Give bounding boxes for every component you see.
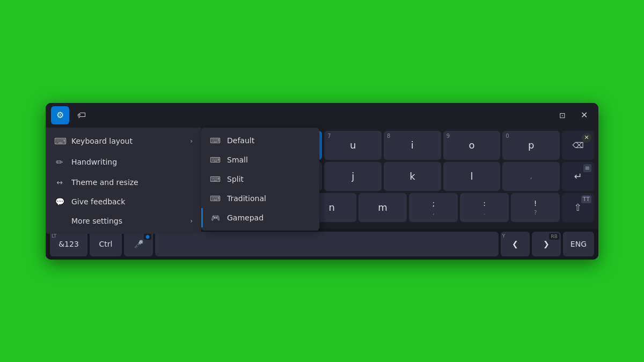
chevron-right-icon-2: › [190, 217, 193, 225]
handwriting-icon: ✏ [54, 157, 65, 167]
sidebar-item-theme[interactable]: ↔ Theme and resize [46, 173, 201, 192]
prev-button[interactable]: Y ❮ [501, 232, 530, 256]
key-j[interactable]: j [324, 162, 382, 191]
keyboard-container: ⚙ 🏷 ⊡ ✕ ⌨ Keyboard layout › ✏ [46, 103, 598, 260]
submenu-item-default[interactable]: ⌨ Default [201, 131, 319, 150]
theme-label: Theme and resize [71, 178, 138, 187]
traditional-label: Traditional [227, 194, 266, 203]
ctrl-label: Ctrl [99, 240, 113, 248]
key-o[interactable]: 9 o [443, 131, 501, 160]
handwriting-label: Handwriting [71, 158, 117, 166]
next-icon: ❯ [543, 240, 550, 248]
submenu-item-split[interactable]: ⌨ Split [201, 169, 319, 189]
traditional-layout-icon: ⌨ [210, 194, 221, 203]
submenu-keyboard-layout: ⌨ Default ⌨ Small ⌨ Split ⌨ Traditional … [201, 128, 319, 231]
top-bar-left: ⚙ 🏷 [51, 106, 91, 124]
num-label-i: 8 [387, 133, 390, 139]
key-l[interactable]: l [443, 162, 501, 191]
top-bar-right: ⊡ ✕ [553, 106, 593, 124]
more-settings-label: More settings [71, 217, 122, 225]
split-label: Split [227, 175, 244, 183]
key-u[interactable]: 7 u [324, 131, 382, 160]
mic-badge: ● [144, 233, 151, 240]
tt-badge: TT [581, 195, 591, 203]
key-k[interactable]: k [384, 162, 441, 191]
emoji-button[interactable]: 🏷 [72, 106, 91, 124]
mic-icon: 🎤 [134, 240, 143, 248]
gear-icon: ⚙ [56, 110, 64, 120]
ctrl-button[interactable]: Ctrl [90, 232, 122, 256]
submenu-item-traditional[interactable]: ⌨ Traditional [201, 189, 319, 208]
theme-icon: ↔ [54, 178, 65, 187]
submenu-item-gamepad[interactable]: 🎮 Gamepad [201, 208, 319, 227]
key-question[interactable]: !? [511, 193, 560, 222]
rb-badge: RB [549, 233, 559, 240]
close-icon: ✕ [581, 110, 588, 120]
feedback-icon: 💬 [54, 197, 65, 206]
lang-label: ENG [570, 240, 587, 248]
next-button[interactable]: RB ❯ [532, 232, 561, 256]
keyboard-icon: ⌨ [54, 136, 65, 146]
settings-button[interactable]: ⚙ [51, 106, 69, 124]
menu-panel: ⌨ Keyboard layout › ✏ Handwriting ↔ Them… [46, 128, 201, 234]
num-label-u: 7 [327, 133, 331, 139]
comma-top: , [530, 173, 532, 180]
small-layout-icon: ⌨ [210, 156, 221, 164]
language-button[interactable]: ENG [563, 232, 594, 256]
keyboard-layout-label: Keyboard layout [71, 137, 133, 145]
key-apostrophe[interactable]: , [502, 162, 560, 191]
key-shift[interactable]: ⇧ TT [562, 193, 594, 222]
num-label-p: 0 [506, 133, 509, 139]
clipboard-icon: 🏷 [77, 110, 86, 120]
menu-badge: ≡ [583, 164, 591, 172]
sidebar-item-handwriting[interactable]: ✏ Handwriting [46, 152, 201, 173]
top-bar: ⚙ 🏷 ⊡ ✕ [46, 103, 598, 128]
num-button[interactable]: LT &123 [50, 232, 87, 256]
key-i[interactable]: 8 i [384, 131, 441, 160]
key-period[interactable]: :. [460, 193, 509, 222]
pin-icon: ⊡ [559, 111, 566, 120]
num-label-o: 9 [447, 133, 450, 139]
x-badge: ✕ [582, 133, 591, 143]
spacebar[interactable] [155, 232, 499, 256]
sidebar-item-more-settings[interactable]: More settings › [46, 211, 201, 231]
enter-icon: ↵ [574, 171, 582, 182]
chevron-right-icon: › [190, 137, 193, 145]
default-label: Default [227, 136, 254, 145]
lt-badge: LT [52, 233, 56, 239]
sidebar-item-keyboard-layout[interactable]: ⌨ Keyboard layout › [46, 131, 201, 152]
y-badge: Y [502, 233, 506, 239]
split-layout-icon: ⌨ [210, 175, 221, 183]
close-button[interactable]: ✕ [575, 106, 593, 124]
key-backspace[interactable]: ⌫ ✕ [562, 131, 594, 160]
pin-button[interactable]: ⊡ [553, 106, 572, 124]
mic-button[interactable]: ● 🎤 [124, 232, 153, 256]
gamepad-layout-icon: 🎮 [210, 213, 221, 222]
backspace-icon: ⌫ [572, 141, 583, 150]
key-semicolon[interactable]: ;, [409, 193, 458, 222]
sidebar-item-feedback[interactable]: 💬 Give feedback [46, 192, 201, 211]
default-layout-icon: ⌨ [210, 136, 221, 145]
key-enter[interactable]: ↵ ≡ [562, 162, 594, 191]
shift-icon: ⇧ [574, 202, 582, 213]
gamepad-label: Gamepad [227, 213, 264, 222]
prev-icon: ❮ [512, 240, 518, 248]
small-label: Small [227, 156, 248, 164]
feedback-label: Give feedback [71, 197, 125, 206]
key-p[interactable]: 0 p [502, 131, 560, 160]
key-m[interactable]: m [358, 193, 407, 222]
submenu-item-small[interactable]: ⌨ Small [201, 150, 319, 169]
num-label: &123 [58, 240, 79, 248]
